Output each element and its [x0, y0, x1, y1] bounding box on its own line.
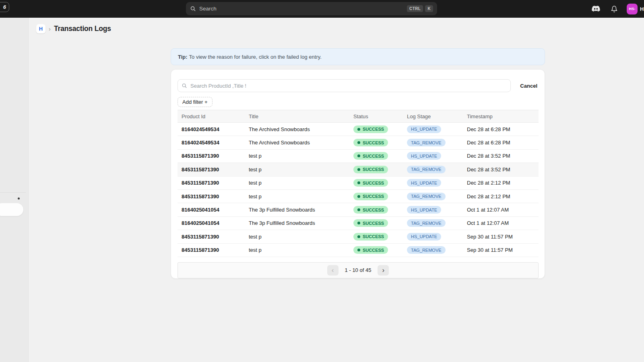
add-filter-button[interactable]: Add filter +: [178, 97, 213, 107]
status-dot-icon: [357, 208, 360, 211]
top-navigation-bar: 6 Search CTRL K HS- H: [0, 0, 644, 18]
table-row[interactable]: 8164024549534 The Archived Snowboards SU…: [178, 123, 539, 136]
shortcut-key-ctrl: CTRL: [407, 5, 423, 12]
status-dot-icon: [357, 195, 360, 198]
log-search-field[interactable]: [178, 79, 511, 92]
cell-log-stage: HS_UPDATE: [403, 152, 463, 160]
log-search-input[interactable]: [178, 79, 511, 92]
prev-page-button[interactable]: ‹: [327, 265, 339, 276]
cell-status: SUCCESS: [349, 219, 403, 227]
cell-timestamp: Dec 28 at 6:28 PM: [463, 140, 539, 146]
log-stage-badge: HS_UPDATE: [407, 179, 441, 187]
cell-product-id: 8453115871390: [178, 193, 245, 200]
discord-icon[interactable]: [590, 4, 601, 14]
table-row[interactable]: 8164025041054 The 3p Fulfilled Snowboard…: [178, 203, 539, 216]
cell-product-id: 8164024549534: [178, 140, 245, 146]
next-page-button[interactable]: ›: [378, 265, 389, 276]
status-dot-icon: [357, 235, 360, 238]
cell-title: The Archived Snowboards: [245, 140, 349, 146]
status-badge: SUCCESS: [353, 219, 388, 227]
topbar-actions: HS- H: [590, 0, 644, 18]
table-header-row: Product Id Title Status Log Stage Timest…: [178, 110, 539, 123]
sidebar-divider: [0, 192, 26, 193]
status-badge: SUCCESS: [353, 179, 388, 187]
col-timestamp: Timestamp: [463, 113, 539, 119]
table-body: 8164024549534 The Archived Snowboards SU…: [178, 123, 539, 257]
cell-product-id: 8453115871390: [178, 247, 245, 253]
global-search-placeholder: Search: [199, 6, 405, 12]
cell-status: SUCCESS: [349, 206, 403, 214]
main-content: H › Transaction Logs Tip: To view the re…: [29, 18, 644, 362]
log-stage-badge: HS_UPDATE: [407, 152, 441, 160]
log-stage-badge: HS_UPDATE: [407, 125, 441, 133]
table-row[interactable]: 8453115871390 test p SUCCESS TAG_REMOVE …: [178, 190, 539, 203]
cell-title: The Archived Snowboards: [245, 126, 349, 132]
page-title: Transaction Logs: [54, 25, 111, 33]
col-title: Title: [245, 113, 349, 119]
cell-product-id: 8453115871390: [178, 167, 245, 173]
col-log-stage: Log Stage: [403, 113, 463, 119]
logs-table: Product Id Title Status Log Stage Timest…: [178, 110, 539, 257]
cell-title: test p: [245, 180, 349, 186]
table-row[interactable]: 8453115871390 test p SUCCESS HS_UPDATE D…: [178, 150, 539, 163]
tip-banner: Tip: To view the reason for failure, cli…: [171, 48, 545, 65]
cell-log-stage: TAG_REMOVE: [403, 193, 463, 200]
cell-log-stage: HS_UPDATE: [403, 233, 463, 241]
cell-log-stage: HS_UPDATE: [403, 179, 463, 187]
cell-title: The 3p Fulfilled Snowboards: [245, 207, 349, 213]
status-dot-icon: [357, 222, 360, 224]
log-stage-badge: TAG_REMOVE: [407, 193, 446, 200]
cell-status: SUCCESS: [349, 152, 403, 160]
cell-timestamp: Dec 28 at 3:52 PM: [463, 153, 539, 159]
log-stage-badge: TAG_REMOVE: [407, 219, 446, 227]
table-row[interactable]: 8164024549534 The Archived Snowboards SU…: [178, 136, 539, 149]
tip-label: Tip:: [178, 54, 188, 60]
user-avatar[interactable]: HS-: [627, 4, 638, 14]
cell-timestamp: Sep 30 at 11:57 PM: [463, 247, 539, 253]
cell-product-id: 8164025041054: [178, 207, 245, 213]
status-dot-icon: [357, 128, 360, 131]
sidebar-active-item[interactable]: [0, 203, 23, 216]
cell-timestamp: Sep 30 at 11:57 PM: [463, 234, 539, 240]
status-dot-icon: [357, 181, 360, 184]
status-badge: SUCCESS: [353, 206, 388, 214]
table-row[interactable]: 8453115871390 test p SUCCESS TAG_REMOVE …: [178, 244, 539, 257]
table-row[interactable]: 8164025041054 The 3p Fulfilled Snowboard…: [178, 217, 539, 230]
pagination-label: 1 - 10 of 45: [345, 267, 372, 273]
global-search-bar[interactable]: Search CTRL K: [186, 2, 437, 15]
cell-title: The 3p Fulfilled Snowboards: [245, 220, 349, 226]
col-product-id: Product Id: [178, 113, 245, 119]
app-home-logo-icon[interactable]: H: [36, 24, 45, 33]
corner-count-badge: 6: [0, 2, 9, 12]
status-badge: SUCCESS: [353, 246, 388, 254]
log-stage-badge: HS_UPDATE: [407, 233, 441, 241]
cell-product-id: 8164024549534: [178, 126, 245, 132]
sidebar-notification-dot-icon: [18, 197, 20, 200]
cell-status: SUCCESS: [349, 125, 403, 133]
cell-log-stage: HS_UPDATE: [403, 206, 463, 214]
status-badge: SUCCESS: [353, 152, 388, 160]
cell-timestamp: Oct 1 at 12:07 AM: [463, 220, 539, 226]
status-dot-icon: [357, 249, 360, 251]
cell-title: test p: [245, 193, 349, 200]
cell-product-id: 8453115871390: [178, 234, 245, 240]
shortcut-key-k: K: [425, 5, 433, 12]
cell-status: SUCCESS: [349, 166, 403, 173]
table-row[interactable]: 8453115871390 test p SUCCESS TAG_REMOVE …: [178, 163, 539, 176]
cancel-button[interactable]: Cancel: [520, 83, 538, 89]
cell-product-id: 8453115871390: [178, 153, 245, 159]
cell-log-stage: TAG_REMOVE: [403, 139, 463, 146]
cell-status: SUCCESS: [349, 179, 403, 187]
cell-status: SUCCESS: [349, 233, 403, 241]
pagination-bar: ‹ 1 - 10 of 45 ›: [178, 262, 539, 278]
status-badge: SUCCESS: [353, 193, 388, 200]
table-row[interactable]: 8453115871390 test p SUCCESS HS_UPDATE D…: [178, 177, 539, 190]
notifications-bell-icon[interactable]: [609, 4, 619, 14]
table-row[interactable]: 8453115871390 test p SUCCESS HS_UPDATE S…: [178, 230, 539, 243]
search-icon: [182, 83, 187, 88]
card-search-row: Cancel: [178, 79, 538, 92]
log-stage-badge: HS_UPDATE: [407, 206, 441, 214]
cell-timestamp: Dec 28 at 2:12 PM: [463, 193, 539, 200]
collapsed-sidebar: [0, 18, 29, 362]
breadcrumb-chevron-icon: ›: [49, 25, 51, 32]
